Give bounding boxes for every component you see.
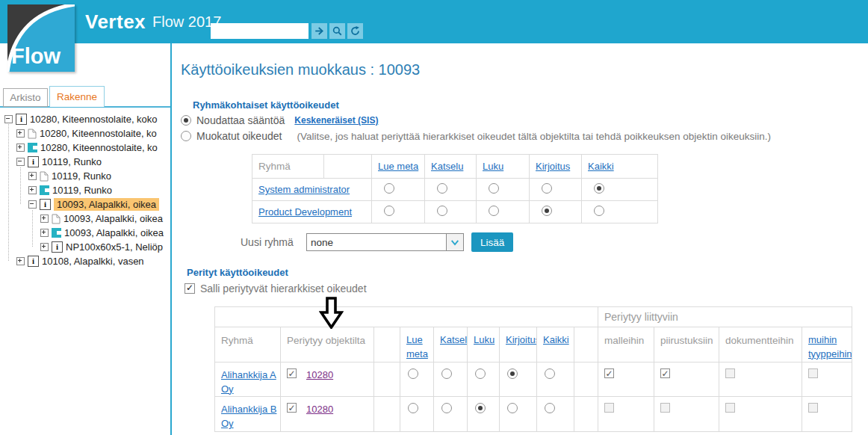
table-header-row: Ryhmä Periytyy objektilta Lue meta Katse… (215, 327, 852, 362)
radio-katselu[interactable] (441, 368, 452, 379)
checkbox-piirustuksiin[interactable] (660, 403, 670, 413)
radio-katselu[interactable] (437, 206, 447, 216)
add-button[interactable]: Lisää (471, 232, 513, 252)
tree-item[interactable]: 10108, Alapalkki, vasen (3, 254, 170, 268)
inherit-checkbox[interactable] (287, 403, 297, 413)
panel-divider (170, 43, 172, 435)
custom-radio[interactable] (181, 131, 191, 141)
column-link-lue-meta[interactable]: Lue meta (378, 161, 418, 172)
tree-item[interactable]: 10280, Kiteennostolaite, ko (3, 141, 170, 155)
group-link[interactable]: Product Development (258, 206, 352, 218)
expand-icon[interactable] (28, 172, 37, 180)
tree-item[interactable]: 10093, Alapalkki, oikea (3, 212, 170, 226)
source-object-link[interactable]: 10280 (306, 403, 333, 417)
spacer-cell (574, 362, 598, 397)
column-link-luku[interactable]: Luku (483, 161, 503, 172)
column-link-katselu[interactable]: Katselu (431, 161, 463, 172)
column-link-kirjoitus[interactable]: Kirjoitus (536, 161, 570, 172)
group-link[interactable]: Alihankkija A Oy (221, 369, 276, 395)
checkbox-dokumentteihin[interactable] (725, 403, 735, 413)
spacer-cell (374, 362, 400, 397)
spacer-cell (324, 155, 372, 179)
tree-item-label: 10280, Kiteennostolaite, ko (40, 128, 157, 139)
info-icon (52, 241, 63, 253)
radio-kirjoitus[interactable] (507, 403, 518, 413)
allow-inherited-checkbox[interactable] (185, 283, 195, 294)
group-link[interactable]: Alihankkija B Oy (221, 404, 276, 429)
checkbox-malleihin[interactable] (604, 403, 614, 413)
tab-arkisto[interactable]: Arkisto (3, 88, 48, 107)
tree-item[interactable]: 10119, Runko (3, 155, 170, 169)
radio-lue-meta[interactable] (384, 183, 394, 194)
checkbox-muihin-tyyppeihin[interactable] (808, 403, 818, 413)
document-icon (28, 129, 37, 139)
new-group-select[interactable]: none (306, 233, 464, 251)
go-button[interactable] (311, 23, 327, 39)
refresh-button[interactable] (347, 23, 363, 39)
expand-icon[interactable] (16, 129, 25, 138)
radio-kirjoitus[interactable] (542, 206, 552, 216)
component-icon (28, 143, 37, 152)
collapse-icon[interactable] (28, 200, 37, 209)
column-link-kaikki[interactable]: Kaikki (543, 334, 569, 345)
column-link-kirjoitus[interactable]: Kirjoitus (506, 334, 537, 345)
component-icon (52, 228, 61, 238)
expand-icon[interactable] (40, 229, 49, 237)
tree-item-label: 10119, Runko (52, 185, 112, 196)
tree-item[interactable]: 10280, Kiteennostolaite, koko (3, 112, 170, 126)
refresh-icon (350, 25, 361, 37)
tree-item-label: 10093, Alapalkki, oikea (64, 227, 164, 238)
radio-kaikki[interactable] (594, 206, 604, 216)
inherit-checkbox[interactable] (287, 368, 297, 378)
radio-kaikki[interactable] (545, 403, 555, 413)
expand-icon[interactable] (16, 144, 25, 152)
tree-item[interactable]: 10280, Kiteennostolaite, ko (3, 126, 170, 141)
radio-katselu[interactable] (441, 403, 452, 413)
rule-link[interactable]: Keskeneräiset (SIS) (294, 115, 378, 126)
expand-icon[interactable] (40, 215, 49, 223)
global-search-input[interactable] (211, 23, 309, 39)
spacer-cell (574, 397, 598, 432)
checkbox-muihin-tyyppeihin[interactable] (808, 368, 818, 378)
radio-kirjoitus[interactable] (507, 368, 518, 379)
column-link-katselu[interactable]: Katselu (440, 334, 468, 345)
column-header-periytyy-objektilta: Periytyy objektilta (281, 327, 374, 362)
radio-luku[interactable] (475, 368, 486, 379)
column-link-kaikki[interactable]: Kaikki (588, 161, 614, 172)
collapse-icon[interactable] (4, 115, 13, 123)
checkbox-malleihin[interactable] (604, 368, 614, 378)
tab-rakenne[interactable]: Rakenne (49, 86, 105, 107)
group-link[interactable]: System administrator (258, 184, 350, 195)
radio-luku[interactable] (475, 403, 486, 413)
tree-item-selected[interactable]: 10093, Alapalkki, oikea (3, 197, 170, 212)
radio-lue-meta[interactable] (408, 368, 418, 379)
column-link-luku[interactable]: Luku (474, 334, 495, 345)
table-row: Product Development (252, 201, 658, 223)
rule-radio[interactable] (181, 115, 191, 126)
radio-kaikki[interactable] (545, 368, 555, 379)
checkbox-dokumentteihin[interactable] (725, 368, 735, 378)
collapse-icon[interactable] (16, 158, 25, 166)
checkbox-piirustuksiin[interactable] (660, 368, 670, 378)
expand-icon[interactable] (40, 243, 49, 251)
tree-item[interactable]: NP100x60x5-1, Neliöp (3, 240, 170, 254)
column-link-muihin-tyyppeihin[interactable]: muihin tyyppeihin (808, 334, 852, 360)
flow-logo: Flow (7, 4, 75, 72)
source-object-link[interactable]: 10280 (306, 368, 333, 383)
search-button[interactable] (329, 23, 345, 39)
radio-luku[interactable] (489, 206, 499, 216)
expand-icon[interactable] (28, 186, 37, 194)
expand-icon[interactable] (16, 257, 25, 265)
radio-kaikki[interactable] (594, 183, 604, 194)
tree-item[interactable]: 10119, Runko (3, 183, 170, 197)
radio-luku[interactable] (489, 183, 499, 194)
tree-item[interactable]: 10119, Runko (3, 169, 170, 183)
tree-item-label: 10280, Kiteennostolaite, ko (40, 142, 158, 153)
tree-item[interactable]: 10093, Alapalkki, oikea (3, 226, 170, 240)
custom-option-label: Muokatut oikeudet (196, 130, 282, 142)
radio-kirjoitus[interactable] (542, 183, 552, 194)
radio-lue-meta[interactable] (408, 403, 418, 413)
radio-lue-meta[interactable] (384, 206, 394, 216)
radio-katselu[interactable] (437, 183, 447, 194)
column-link-lue-meta[interactable]: Lue meta (406, 334, 428, 360)
